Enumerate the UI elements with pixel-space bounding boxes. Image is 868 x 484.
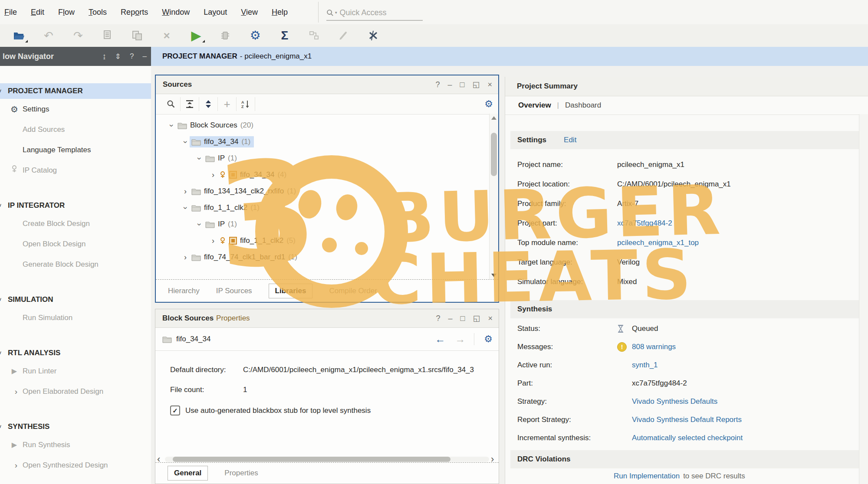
tab-properties[interactable]: Properties <box>224 469 258 477</box>
menu-tools[interactable]: Tools <box>89 8 107 17</box>
sidebar-item-run-linter[interactable]: ▶Run Linter <box>0 361 151 381</box>
debug-chip-icon[interactable] <box>211 27 240 44</box>
tree-node[interactable]: fifo_34_34(4) <box>217 169 290 180</box>
minimize-icon[interactable]: – <box>448 80 452 89</box>
sidebar-section-project-manager[interactable]: ˅PROJECT MANAGER <box>0 83 151 99</box>
settings-gear-icon[interactable]: ⚙ <box>240 27 270 44</box>
sidebar-item-ip-catalog[interactable]: IP Catalog <box>0 160 151 180</box>
tab-libraries[interactable]: Libraries <box>269 284 313 298</box>
menu-layout[interactable]: Layout <box>204 8 227 17</box>
tree-row[interactable]: ›fifo_34_34(4) <box>156 167 490 183</box>
settings-edit-link[interactable]: Edit <box>564 136 576 144</box>
scrollbar-thumb[interactable] <box>173 457 450 462</box>
menu-view[interactable]: View <box>241 8 258 17</box>
sidebar-section-simulation[interactable]: ˅SIMULATION <box>0 292 151 307</box>
chevron-collapsed-icon[interactable]: › <box>209 170 217 180</box>
delete-icon[interactable]: × <box>152 27 181 44</box>
sidebar-item-run-synthesis[interactable]: ▶Run Synthesis <box>0 435 151 455</box>
sum-sigma-icon[interactable]: Σ <box>270 27 299 44</box>
tab-compile-order[interactable]: Compile Order <box>329 287 377 295</box>
tree-node-selected[interactable]: fifo_34_34(1) <box>190 136 254 147</box>
sort-icon[interactable]: AZ <box>237 97 255 111</box>
run-implementation-link[interactable]: Run Implementation <box>614 472 680 481</box>
summary-row-value[interactable]: Automatically selected checkpoint <box>632 434 743 442</box>
sidebar-item-open-block-design[interactable]: Open Block Design <box>0 234 151 254</box>
tab-general[interactable]: General <box>168 466 208 481</box>
tab-dashboard[interactable]: Dashboard <box>565 101 601 110</box>
sidebar-item-language-templates[interactable]: Language Templates <box>0 140 151 160</box>
close-icon[interactable]: × <box>488 314 493 323</box>
chevron-expanded-icon[interactable]: › <box>181 137 190 146</box>
chevron-expanded-icon[interactable]: › <box>181 203 190 212</box>
paste-icon[interactable] <box>122 27 152 44</box>
sidebar-item-add-sources[interactable]: Add Sources <box>0 119 151 140</box>
menu-file[interactable]: File <box>4 8 17 17</box>
tree-row[interactable]: ›fifo_1_1_clk2(5) <box>156 232 490 249</box>
minimize-icon[interactable]: – <box>448 314 453 323</box>
help-icon[interactable]: ? <box>436 314 441 323</box>
chevron-expanded-icon[interactable]: › <box>195 220 204 229</box>
float-icon[interactable]: ◱ <box>472 80 480 89</box>
float-icon[interactable]: ◱ <box>473 314 480 323</box>
search-icon[interactable] <box>162 97 181 111</box>
sidebar-item-open-synthesized-design[interactable]: ›Open Synthesized Design <box>0 455 151 475</box>
scrollbar-track[interactable] <box>165 457 489 462</box>
close-icon[interactable]: × <box>487 80 492 89</box>
project-summary-title-bar[interactable]: Project Summary <box>505 77 868 96</box>
minimize-icon[interactable]: – <box>143 52 147 61</box>
tree-node[interactable]: fifo_1_1_clk2(1) <box>190 202 263 213</box>
sidebar-item-generate-block-design[interactable]: Generate Block Design <box>0 254 151 275</box>
summary-scrollbar-gutter[interactable] <box>859 114 868 484</box>
chevron-collapsed-icon[interactable]: › <box>181 253 190 262</box>
sidebar-item-settings[interactable]: ⚙Settings <box>0 99 151 119</box>
tree-row[interactable]: ›Block Sources(20) <box>156 117 490 134</box>
quick-access-input[interactable]: ▾ Quick Access <box>326 5 423 21</box>
forward-arrow-icon[interactable]: → <box>455 333 474 345</box>
cancel-run-icon[interactable] <box>358 27 388 44</box>
validate-icon[interactable] <box>299 27 329 44</box>
sources-title-bar[interactable]: Sources ?–□◱× <box>156 75 498 94</box>
chevron-collapsed-icon[interactable]: › <box>181 187 190 196</box>
summary-row-value[interactable]: xc7a75tfgg484-2 <box>617 219 672 228</box>
summary-row-value[interactable]: Vivado Synthesis Default Reports <box>632 415 742 424</box>
redo-icon[interactable]: ↷ <box>63 27 93 44</box>
scrollbar-thumb[interactable] <box>491 133 497 176</box>
tree-row[interactable]: ›fifo_74_74_clk1_bar_rd1(1) <box>156 249 490 265</box>
run-icon[interactable]: ▶ <box>181 27 211 44</box>
settings-gear-icon[interactable]: ⚙ <box>484 334 493 345</box>
tree-node[interactable]: fifo_134_134_clk2_rxfifo(1) <box>190 186 299 197</box>
expand-collapse-icon[interactable]: ⇕ <box>115 52 121 61</box>
tab-ip-sources[interactable]: IP Sources <box>216 287 252 295</box>
tree-row[interactable]: ›fifo_34_34(1) <box>156 134 490 150</box>
properties-title-bar[interactable]: Block Sources Properties ?–□◱× <box>155 309 499 328</box>
collapse-all-icon[interactable]: ↨ <box>102 52 106 61</box>
scroll-up-icon[interactable] <box>491 116 496 120</box>
summary-row-value[interactable]: Vivado Synthesis Defaults <box>632 397 717 406</box>
sidebar-item-create-block-design[interactable]: Create Block Design <box>0 213 151 234</box>
sidebar-item-open-elaborated-design[interactable]: ›Open Elaborated Design <box>0 381 151 402</box>
summary-row-value[interactable]: synth_1 <box>632 361 658 370</box>
sidebar-item-run-simulation[interactable]: Run Simulation <box>0 307 151 328</box>
tree-node[interactable]: Block Sources(20) <box>176 120 257 131</box>
checkbox-checked-icon[interactable]: ✓ <box>170 406 180 415</box>
copy-icon[interactable] <box>93 27 122 44</box>
sources-scrollbar[interactable] <box>489 114 498 280</box>
add-sources-icon[interactable]: + <box>218 97 237 111</box>
chevron-collapsed-icon[interactable]: › <box>209 236 217 245</box>
tab-hierarchy[interactable]: Hierarchy <box>168 287 200 295</box>
blackbox-stub-checkbox-row[interactable]: ✓ Use auto-generated blackbox stub for t… <box>170 406 499 415</box>
settings-gear-icon[interactable]: ⚙ <box>484 98 493 110</box>
chevron-expanded-icon[interactable]: › <box>167 121 176 130</box>
tree-row[interactable]: ›IP(1) <box>156 216 490 232</box>
maximize-icon[interactable]: □ <box>460 80 465 89</box>
sidebar-section-synthesis[interactable]: ˅SYNTHESIS <box>0 419 151 435</box>
menu-window[interactable]: Window <box>162 8 190 17</box>
undo-icon[interactable]: ↶ <box>34 27 63 44</box>
tree-node[interactable]: IP(1) <box>204 153 240 164</box>
sidebar-section-ip-integrator[interactable]: ˅IP INTEGRATOR <box>0 198 151 213</box>
scroll-down-icon[interactable] <box>491 274 496 277</box>
link-pencil-icon[interactable] <box>329 27 358 44</box>
menu-flow[interactable]: Flow <box>58 8 75 17</box>
tab-overview[interactable]: Overview <box>518 101 551 110</box>
menu-reports[interactable]: Reports <box>121 8 148 17</box>
